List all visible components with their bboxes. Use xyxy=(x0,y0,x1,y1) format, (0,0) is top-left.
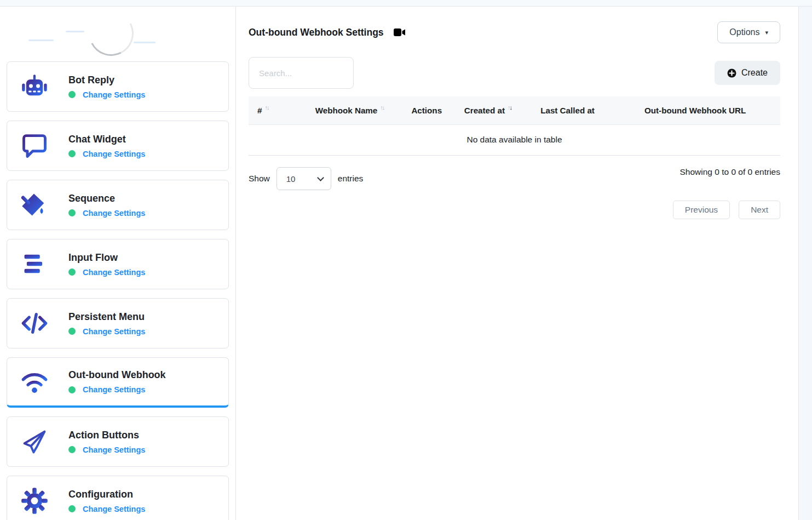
change-settings-link[interactable]: Change Settings xyxy=(83,327,145,336)
empty-message: No data available in table xyxy=(249,125,780,156)
status-dot xyxy=(68,505,76,512)
sidebar-item-bot-reply[interactable]: Bot Reply Change Settings xyxy=(7,61,229,112)
code-icon xyxy=(19,308,50,339)
sidebar-item-label: Chat Widget xyxy=(68,134,145,145)
chat-bubble-icon xyxy=(19,130,50,161)
previous-button[interactable]: Previous xyxy=(673,201,730,219)
next-button[interactable]: Next xyxy=(739,201,780,219)
sidebar-item-label: Bot Reply xyxy=(68,75,145,86)
options-button[interactable]: Options ▾ xyxy=(717,21,780,43)
search-input[interactable] xyxy=(249,57,354,89)
page-size-select[interactable]: 10 xyxy=(277,167,331,190)
show-label: Show xyxy=(249,174,270,184)
sidebar-item-label: Input Flow xyxy=(68,252,145,264)
status-dot xyxy=(68,328,76,335)
logo xyxy=(7,7,229,61)
change-settings-link[interactable]: Change Settings xyxy=(83,150,145,158)
page-background-strip xyxy=(798,7,812,520)
table-header-row: #↑↓ Webhook Name↑↓ Actions Created at↑↓ … xyxy=(249,96,780,125)
sidebar-item-chat-widget[interactable]: Chat Widget Change Settings xyxy=(7,121,229,171)
change-settings-link[interactable]: Change Settings xyxy=(83,385,145,394)
sidebar-item-action-buttons[interactable]: Action Buttons Change Settings xyxy=(7,416,229,467)
status-dot xyxy=(68,150,76,157)
sidebar-item-configuration[interactable]: Configuration Change Settings xyxy=(7,476,229,520)
status-dot xyxy=(68,91,76,98)
create-button-label: Create xyxy=(741,68,768,78)
column-header-actions: Actions xyxy=(403,96,451,125)
page-title: Out-bound Webhook Settings xyxy=(249,27,384,38)
change-settings-link[interactable]: Change Settings xyxy=(83,505,145,513)
top-accent-bar xyxy=(0,0,812,7)
bars-icon xyxy=(19,249,50,279)
column-header-webhook-name[interactable]: Webhook Name↑↓ xyxy=(296,96,402,125)
sidebar-item-label: Action Buttons xyxy=(68,430,145,441)
entries-label: entries xyxy=(338,174,364,184)
sidebar-item-persistent-menu[interactable]: Persistent Menu Change Settings xyxy=(7,298,229,348)
logo-fragment xyxy=(28,39,54,41)
paint-bucket-icon xyxy=(19,190,50,220)
sort-icon: ↑↓ xyxy=(380,104,384,111)
wifi-icon xyxy=(19,367,50,397)
change-settings-link[interactable]: Change Settings xyxy=(83,209,145,218)
column-header-index[interactable]: #↑↓ xyxy=(249,96,296,125)
video-camera-icon[interactable] xyxy=(394,28,406,37)
status-dot xyxy=(68,209,76,216)
column-header-created-at[interactable]: Created at↑↓ xyxy=(451,96,525,125)
status-dot xyxy=(68,446,76,453)
logo-fragment xyxy=(134,42,156,43)
sidebar-item-outbound-webhook[interactable]: Out-bound Webhook Change Settings xyxy=(7,357,229,408)
main-content: Out-bound Webhook Settings Options ▾ xyxy=(236,7,812,520)
sidebar-item-sequence[interactable]: Sequence Change Settings xyxy=(7,180,229,230)
sort-icon: ↑↓ xyxy=(264,104,268,111)
robot-icon xyxy=(19,71,50,102)
change-settings-link[interactable]: Change Settings xyxy=(83,268,145,277)
column-header-last-called-at: Last Called at xyxy=(525,96,610,125)
status-dot xyxy=(68,268,76,276)
change-settings-link[interactable]: Change Settings xyxy=(83,90,145,99)
logo-fragment xyxy=(66,31,84,32)
logo-arc xyxy=(83,7,139,62)
entries-summary: Showing 0 to 0 of 0 entries xyxy=(679,167,780,177)
sidebar-item-input-flow[interactable]: Input Flow Change Settings xyxy=(7,239,229,289)
settings-sidebar: Bot Reply Change Settings Chat Widget xyxy=(0,7,236,520)
create-button[interactable]: Create xyxy=(715,61,780,85)
caret-down-icon: ▾ xyxy=(765,29,768,36)
column-header-url: Out-bound Webhook URL xyxy=(610,96,780,125)
options-button-label: Options xyxy=(729,27,759,37)
plus-circle-icon xyxy=(727,68,736,78)
empty-row: No data available in table xyxy=(249,125,780,156)
webhooks-table: #↑↓ Webhook Name↑↓ Actions Created at↑↓ … xyxy=(249,96,780,156)
sidebar-item-label: Sequence xyxy=(68,193,145,204)
gear-icon xyxy=(19,485,50,516)
change-settings-link[interactable]: Change Settings xyxy=(83,445,145,454)
sidebar-item-label: Persistent Menu xyxy=(68,311,145,323)
sidebar-item-label: Out-bound Webhook xyxy=(68,369,166,381)
sort-icon-active-desc: ↑↓ xyxy=(508,104,511,111)
paper-plane-icon xyxy=(19,426,50,457)
status-dot xyxy=(68,386,76,393)
sidebar-item-label: Configuration xyxy=(68,489,145,500)
